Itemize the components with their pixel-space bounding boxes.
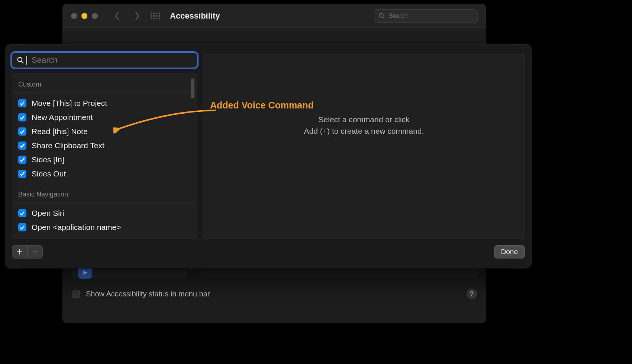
section-header: Custom (12, 79, 197, 92)
scrollbar-thumb[interactable] (191, 78, 194, 98)
command-list[interactable]: Custom Move [This] to Project New Appoin… (12, 74, 197, 238)
forward-button[interactable] (132, 11, 142, 21)
status-checkbox[interactable] (72, 290, 80, 298)
traffic-lights (71, 13, 98, 19)
status-label: Show Accessibility status in menu bar (86, 290, 210, 298)
checkbox[interactable] (18, 113, 26, 121)
list-item-label: Open Siri (32, 209, 64, 218)
list-item-label: Share Clipboard Text (32, 141, 104, 150)
list-item[interactable]: Read [this] Note (18, 124, 191, 139)
list-item[interactable]: Sides Out (18, 167, 191, 181)
add-button[interactable] (12, 246, 28, 258)
toolbar-search-placeholder: Search (389, 13, 408, 19)
list-item[interactable]: Open <application name> (18, 220, 191, 234)
window-title: Accessibility (170, 11, 220, 21)
done-button[interactable]: Done (494, 245, 525, 259)
add-remove-segment (12, 245, 43, 259)
minimize-traffic-light[interactable] (81, 13, 87, 19)
back-button[interactable] (112, 11, 122, 21)
list-item-label: Move [This] to Project (32, 99, 107, 108)
play-icon (78, 267, 92, 279)
sidebar-bottom-box (72, 270, 187, 277)
list-item[interactable]: New Appointment (18, 110, 191, 124)
sheet-search-placeholder: Search (32, 55, 58, 65)
empty-state-hint: Select a command or click Add (+) to cre… (304, 114, 424, 137)
svg-line-1 (383, 17, 384, 18)
annotation-label: Added Voice Command (210, 100, 314, 111)
list-item[interactable]: Share Clipboard Text (18, 139, 191, 153)
list-item-label: Open <application name> (32, 223, 121, 232)
checkbox[interactable] (18, 209, 26, 217)
svg-line-4 (22, 61, 23, 63)
titlebar: Accessibility Search (63, 4, 486, 28)
sheet-search-input[interactable]: Search (12, 53, 197, 68)
list-item-label: Sides [In] (32, 155, 64, 164)
list-item-label: Read [this] Note (32, 127, 88, 136)
text-cursor (26, 56, 27, 65)
checkbox[interactable] (18, 127, 26, 136)
checkbox[interactable] (18, 223, 26, 231)
checkbox[interactable] (18, 99, 26, 107)
zoom-traffic-light[interactable] (92, 13, 98, 19)
detail-panel: Added Voice Command Select a command or … (203, 53, 525, 238)
content-bottom-box (200, 270, 477, 277)
svg-marker-2 (83, 270, 87, 275)
list-item[interactable]: Open Siri (18, 206, 191, 220)
window-bottom-strip: Show Accessibility status in menu bar ? (63, 263, 486, 323)
close-traffic-light[interactable] (71, 13, 77, 19)
checkbox[interactable] (18, 170, 26, 178)
checkbox[interactable] (18, 142, 26, 150)
list-item[interactable]: Sides [In] (18, 153, 191, 167)
section-header: Basic Navigation (12, 182, 197, 202)
commands-sheet: Search Custom Move [This] to Project New… (5, 45, 532, 268)
help-button[interactable]: ? (467, 289, 477, 299)
remove-button[interactable] (28, 246, 42, 258)
list-item-label: Sides Out (32, 169, 66, 178)
list-item-label: New Appointment (32, 113, 93, 122)
show-all-icon[interactable] (151, 12, 159, 20)
toolbar-search[interactable]: Search (374, 9, 478, 23)
list-item[interactable]: Move [This] to Project (18, 96, 191, 110)
checkbox[interactable] (18, 156, 26, 164)
